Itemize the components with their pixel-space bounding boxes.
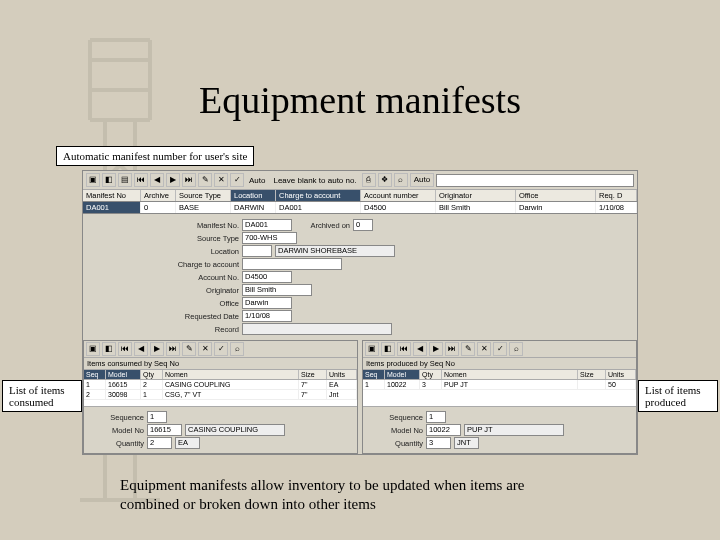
- table-row[interactable]: 2 30098 1 CSG, 7" VT 7" Jnt: [84, 390, 357, 400]
- toolbar-input[interactable]: [436, 174, 634, 187]
- col-qty[interactable]: Qty: [420, 370, 442, 379]
- col-model[interactable]: Model: [106, 370, 141, 379]
- field-quantity[interactable]: 3: [426, 437, 451, 449]
- toolbar-btn[interactable]: ⌕: [394, 173, 408, 187]
- col-source-type[interactable]: Source Type: [176, 190, 231, 201]
- prev-icon[interactable]: ◀: [150, 173, 164, 187]
- table-row[interactable]: 1 16615 2 CASING COUPLING 7" EA: [84, 380, 357, 390]
- first-icon[interactable]: ⏮: [118, 342, 132, 356]
- col-nomen[interactable]: Nomen: [163, 370, 299, 379]
- panel-btn[interactable]: ◧: [102, 342, 116, 356]
- produced-subform: Sequence 1 Model No 10022 PUP JT Quantit…: [363, 406, 636, 453]
- grid-row[interactable]: DA001 0 BASE DARWIN DA001 D4500 Bill Smi…: [83, 202, 637, 214]
- auto-button[interactable]: Auto: [410, 173, 434, 187]
- app-window: ▣ ◧ ▤ ⏮ ◀ ▶ ⏭ ✎ ✕ ✓ Auto Leave blank to …: [82, 170, 638, 455]
- col-units[interactable]: Units: [606, 370, 636, 379]
- prev-icon[interactable]: ◀: [134, 342, 148, 356]
- col-size[interactable]: Size: [299, 370, 327, 379]
- field-source-type[interactable]: 700-WHS: [242, 232, 297, 244]
- panel-btn[interactable]: ✓: [214, 342, 228, 356]
- table-row[interactable]: 1 10022 3 PUP JT 50: [363, 380, 636, 390]
- next-icon[interactable]: ▶: [150, 342, 164, 356]
- col-account-number[interactable]: Account number: [361, 190, 436, 201]
- next-icon[interactable]: ▶: [166, 173, 180, 187]
- panel-btn[interactable]: ◧: [381, 342, 395, 356]
- col-units[interactable]: Units: [327, 370, 357, 379]
- first-icon[interactable]: ⏮: [397, 342, 411, 356]
- cell-account-number: D4500: [361, 202, 436, 213]
- toolbar-btn[interactable]: ✓: [230, 173, 244, 187]
- col-office[interactable]: Office: [516, 190, 596, 201]
- cell-office: Darwin: [516, 202, 596, 213]
- callout-auto-manifest: Automatic manifest number for user's sit…: [56, 146, 254, 166]
- first-icon[interactable]: ⏮: [134, 173, 148, 187]
- prev-icon[interactable]: ◀: [413, 342, 427, 356]
- panel-btn[interactable]: ⌕: [230, 342, 244, 356]
- toolbar-btn[interactable]: ❖: [378, 173, 392, 187]
- field-charge-account[interactable]: [242, 258, 342, 270]
- panel-btn[interactable]: ✓: [493, 342, 507, 356]
- cell-req-date: 1/10/08: [596, 202, 637, 213]
- col-size[interactable]: Size: [578, 370, 606, 379]
- field-archived-on[interactable]: 0: [353, 219, 373, 231]
- toolbar-btn[interactable]: ▤: [118, 173, 132, 187]
- field-manifest-no[interactable]: DA001: [242, 219, 292, 231]
- label-requested-date: Requested Date: [89, 312, 239, 321]
- field-quantity[interactable]: 2: [147, 437, 172, 449]
- field-model-no[interactable]: 10022: [426, 424, 461, 436]
- next-icon[interactable]: ▶: [429, 342, 443, 356]
- last-icon[interactable]: ⏭: [182, 173, 196, 187]
- field-account-no[interactable]: D4500: [242, 271, 292, 283]
- toolbar-btn[interactable]: ✎: [198, 173, 212, 187]
- label-quantity: Quantity: [368, 439, 423, 448]
- field-model-no[interactable]: 16615: [147, 424, 182, 436]
- field-location-code[interactable]: [242, 245, 272, 257]
- col-archive[interactable]: Archive: [141, 190, 176, 201]
- field-sequence[interactable]: 1: [426, 411, 446, 423]
- label-model-no: Model No: [368, 426, 423, 435]
- grid-header: Manifest No Archive Source Type Location…: [83, 190, 637, 202]
- label-office: Office: [89, 299, 239, 308]
- col-nomen[interactable]: Nomen: [442, 370, 578, 379]
- label-record: Record: [89, 325, 239, 334]
- col-seq[interactable]: Seq: [84, 370, 106, 379]
- toolbar-btn[interactable]: ▣: [86, 173, 100, 187]
- last-icon[interactable]: ⏭: [166, 342, 180, 356]
- label-charge-account: Charge to account: [89, 260, 239, 269]
- panel-btn[interactable]: ▣: [86, 342, 100, 356]
- consumed-title: Items consumed by Seq No: [84, 358, 357, 370]
- detail-form: Manifest No. DA001 Archived on 0 Source …: [83, 214, 637, 340]
- col-originator[interactable]: Originator: [436, 190, 516, 201]
- panel-btn[interactable]: ▣: [365, 342, 379, 356]
- consumed-grid: 1 16615 2 CASING COUPLING 7" EA 2 30098 …: [84, 380, 357, 406]
- field-sequence[interactable]: 1: [147, 411, 167, 423]
- last-icon[interactable]: ⏭: [445, 342, 459, 356]
- panel-btn[interactable]: ⌕: [509, 342, 523, 356]
- label-sequence: Sequence: [89, 413, 144, 422]
- col-req-date[interactable]: Req. D: [596, 190, 637, 201]
- field-office[interactable]: Darwin: [242, 297, 292, 309]
- col-charge-to[interactable]: Charge to account: [276, 190, 361, 201]
- col-model[interactable]: Model: [385, 370, 420, 379]
- toolbar-btn[interactable]: ⎙: [362, 173, 376, 187]
- col-manifest-no[interactable]: Manifest No: [83, 190, 141, 201]
- col-location[interactable]: Location: [231, 190, 276, 201]
- panel-btn[interactable]: ✕: [198, 342, 212, 356]
- produced-panel: ▣ ◧ ⏮ ◀ ▶ ⏭ ✎ ✕ ✓ ⌕ Items produced by Se…: [362, 340, 637, 454]
- field-originator[interactable]: Bill Smith: [242, 284, 312, 296]
- panel-btn[interactable]: ✕: [477, 342, 491, 356]
- items-panels: ▣ ◧ ⏮ ◀ ▶ ⏭ ✎ ✕ ✓ ⌕ Items consumed by Se…: [83, 340, 637, 454]
- main-toolbar: ▣ ◧ ▤ ⏮ ◀ ▶ ⏭ ✎ ✕ ✓ Auto Leave blank to …: [83, 171, 637, 190]
- field-units: EA: [175, 437, 200, 449]
- col-seq[interactable]: Seq: [363, 370, 385, 379]
- toolbar-btn[interactable]: ◧: [102, 173, 116, 187]
- auto-label: Auto: [246, 176, 268, 185]
- panel-btn[interactable]: ✎: [182, 342, 196, 356]
- produced-title: Items produced by Seq No: [363, 358, 636, 370]
- leave-blank-label: Leave blank to auto no.: [270, 176, 359, 185]
- callout-produced: List of items produced: [638, 380, 718, 412]
- field-requested-date[interactable]: 1/10/08: [242, 310, 292, 322]
- col-qty[interactable]: Qty: [141, 370, 163, 379]
- toolbar-btn[interactable]: ✕: [214, 173, 228, 187]
- panel-btn[interactable]: ✎: [461, 342, 475, 356]
